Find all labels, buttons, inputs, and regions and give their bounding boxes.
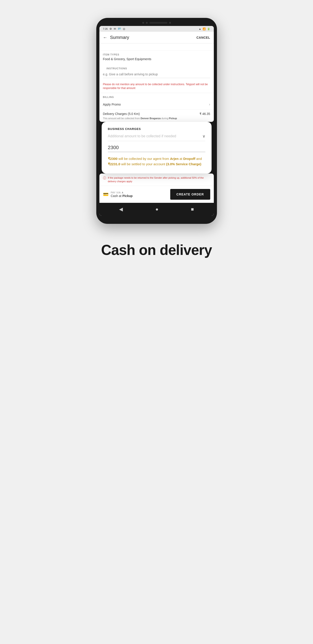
payment-icon: 💳 [103,192,109,197]
bc-collected-amount: ₹2300 [108,157,117,160]
phone-dot-left [142,22,144,24]
business-charges-placeholder-row[interactable]: Additional amount to be collected if nee… [108,134,205,141]
business-charges-placeholder: Additional amount to be collected if nee… [108,134,176,138]
return-notice-text: If the package needs to be returned to t… [108,176,210,183]
business-charges-input[interactable]: 2300 [108,145,205,152]
pay-method-bold: Pickup [122,194,133,198]
pay-method-text: Cash at [111,194,122,198]
apply-promo-row[interactable]: Apply Promo › [99,99,214,110]
return-notice: ⓘ If the package needs to be returned to… [99,174,214,186]
pay-left[interactable]: 💳 PAY VIA ∧ Cash at Pickup [103,191,133,198]
business-charges-summary: ₹2300 will be collected by our agent fro… [108,156,205,167]
instructions-input[interactable] [103,71,210,78]
phone-dot-center [146,22,148,24]
bc-chevron-down-icon: ∨ [202,134,205,139]
delivery-note-during: during [161,117,169,120]
signal-icon: 📶 [203,28,206,30]
status-left: 7:26 ⚙ ✉ 🪪 ◎ [103,27,125,30]
home-nav-icon[interactable]: ● [155,206,158,212]
bc-text1: will be collected by our agent from [118,157,170,160]
item-types-label: ITEM TYPES [99,50,214,57]
nav-bar: ◀ ● ■ [99,203,214,216]
delivery-note-type: Pickup [169,117,177,120]
delivery-charges-row: Delivery Charges (5.0 Km) ₹ 46.35 [99,110,214,116]
status-time: 7:26 [103,28,108,30]
status-right: ▲ 📶 🔋 [199,28,210,30]
info-icon: ⓘ [103,176,106,180]
battery-icon: 🔋 [207,28,210,30]
bc-text3: and [196,157,202,160]
item-types-value: Food & Grocery, Sport Equipments [99,57,214,64]
instructions-section: INSTRUCTIONS [99,64,214,81]
pay-via-label: PAY VIA ∧ [111,191,133,194]
back-nav-icon[interactable]: ◀ [119,206,123,212]
wifi-icon: ▲ [199,28,201,30]
item-types-section: ITEM TYPES Food & Grocery, Sport Equipme… [99,50,214,64]
pay-info: PAY VIA ∧ Cash at Pickup [111,191,133,198]
delivery-note-name: Denver Braganza [141,117,161,120]
page-title: Summary [110,35,129,40]
mail-icon: ✉ [114,27,116,30]
delivery-charges-label: Delivery Charges (5.0 Km) [103,112,140,116]
page-tagline: Cash on delivery [101,242,212,258]
status-bar: 7:26 ⚙ ✉ 🪪 ◎ ▲ 📶 🔋 [99,26,214,32]
billing-section: BILLING Apply Promo › Delivery Charges (… [99,93,214,122]
phone-shell: 7:26 ⚙ ✉ 🪪 ◎ ▲ 📶 🔋 ← Summary CANCEL [96,18,217,224]
delivery-note: This amount will be collected from Denve… [99,116,214,122]
recent-nav-icon[interactable]: ■ [191,206,194,212]
bc-service-charge: (3.0% Service Charge) [166,162,202,166]
phone-bottom-screen: ⓘ If the package needs to be returned to… [99,174,214,216]
circle-icon: ◎ [123,27,125,30]
delivery-charges-amount: ₹ 46.35 [200,112,210,116]
settings-icon: ⚙ [109,27,112,30]
phone-screen: 7:26 ⚙ ✉ 🪪 ◎ ▲ 📶 🔋 ← Summary CANCEL [99,26,214,122]
instructions-warning: Please do not mention any amount to be c… [99,81,214,92]
phone-dot-right [169,22,171,24]
create-order-button[interactable]: CREATE ORDER [170,189,210,200]
phone-bottom-bar [99,218,214,221]
phone-speaker [149,22,167,24]
business-charges-card: BUSINESS CHARGES Additional amount to be… [102,122,212,174]
scrolled-partial [99,44,214,50]
pay-row: 💳 PAY VIA ∧ Cash at Pickup CREATE ORDER [99,186,214,203]
pay-chevron-icon: ∧ [122,191,124,194]
bc-text4: will be settled to your account [121,162,166,166]
app-header: ← Summary CANCEL [99,32,214,44]
cancel-button[interactable]: CANCEL [196,36,210,39]
phone-top-bar [99,22,214,24]
delivery-note-prefix: This amount will be collected from [103,117,140,120]
header-left: ← Summary [103,35,129,40]
bc-dropoff: Dropoff [183,157,195,160]
business-charges-title: BUSINESS CHARGES [108,127,205,130]
bc-text2: at [180,157,183,160]
bc-settled-amount: ₹2231.0 [108,162,120,166]
id-icon: 🪪 [118,27,121,30]
instructions-label: INSTRUCTIONS [103,64,210,71]
back-arrow-icon[interactable]: ← [103,35,107,40]
billing-label: BILLING [99,93,214,99]
apply-promo-label: Apply Promo [103,103,121,106]
bc-agent-name: Arjen [170,157,179,160]
pay-via-text: PAY VIA [111,191,121,194]
promo-chevron-icon: › [209,102,210,106]
pay-method: Cash at Pickup [111,194,133,198]
